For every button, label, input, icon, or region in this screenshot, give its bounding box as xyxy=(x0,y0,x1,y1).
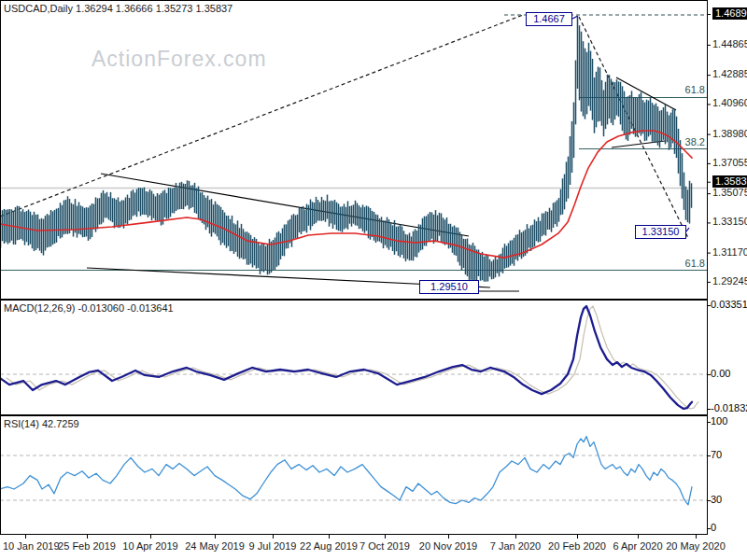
panel-frame-2 xyxy=(1,416,708,535)
chart-canvas[interactable] xyxy=(0,0,747,560)
macd-indicator-label: MACD(12,26,9) -0.013060 -0.013641 xyxy=(4,302,174,315)
watermark: ActionForex.com xyxy=(92,47,267,72)
price-axis-label: 1.38980 xyxy=(712,128,747,140)
rsi-indicator-label: RSI(14) 42.7259 xyxy=(4,418,79,430)
horizontal-levels xyxy=(0,98,707,271)
chart-window: ActionForex.com USDCAD,Daily 1.36294 1.3… xyxy=(0,0,747,560)
date-axis-label[interactable]: 20 Feb 2020 xyxy=(548,540,606,552)
date-axis-label[interactable]: 24 May 2019 xyxy=(185,540,245,552)
rsi-axis-label: 0 xyxy=(711,522,716,533)
rsi-axis-label: 70 xyxy=(711,449,722,460)
price-axis-highlight-label: 1.46890 xyxy=(712,7,747,20)
price-axis-label: 1.44865 xyxy=(712,38,747,50)
price-axis-label: 1.37055 xyxy=(712,157,747,169)
macd-axis-label: 0.00 xyxy=(711,368,730,379)
price-tag-label[interactable]: 1.4667 xyxy=(526,12,572,26)
date-axis-label[interactable]: 9 Jul 2019 xyxy=(249,540,297,552)
date-axis-label[interactable]: 22 Aug 2019 xyxy=(300,540,358,552)
rsi-line xyxy=(0,437,707,505)
price-axis-label: 1.29245 xyxy=(712,275,747,287)
rsi-value-line xyxy=(0,437,692,505)
price-tag-label[interactable]: 1.29510 xyxy=(419,280,479,294)
fib-level-label: 61.8 xyxy=(685,84,705,95)
date-axis-label[interactable]: 10 Jan 2019 xyxy=(3,540,60,552)
panel-frame-0 xyxy=(1,1,708,300)
rsi-axis-label: 100 xyxy=(711,415,727,427)
macd-axis-label: -0.018324 xyxy=(711,402,747,413)
price-axis-label: 1.40960 xyxy=(712,97,747,109)
minor-rising-segment[interactable] xyxy=(612,141,665,147)
price-axis-highlight-label: 1.35837 xyxy=(712,175,747,188)
price-axis-label: 1.31170 xyxy=(712,246,747,259)
price-axis-label: 1.42885 xyxy=(712,68,747,80)
date-axis-label[interactable]: 7 Jan 2020 xyxy=(490,540,541,552)
price-axis-label: 1.35075 xyxy=(712,187,747,199)
date-axis-label[interactable]: 10 Apr 2019 xyxy=(122,540,177,552)
tag-connector xyxy=(686,228,689,231)
macd-lines xyxy=(0,306,707,409)
macd-axis-label: 0.033515 xyxy=(711,299,747,310)
price-tag-label[interactable]: 1.33150 xyxy=(635,225,686,239)
date-axis-label[interactable]: 25 Feb 2019 xyxy=(58,540,116,552)
price-axis-label: 1.33150 xyxy=(712,216,747,228)
rising-dashed-trendline[interactable] xyxy=(0,15,523,217)
date-axis-label[interactable]: 20 Nov 2019 xyxy=(419,540,477,552)
fib-level-label: 38.2 xyxy=(685,136,705,147)
macd-signal-line xyxy=(7,306,698,409)
macd-main-line xyxy=(0,306,692,409)
chart-title: USDCAD,Daily 1.36294 1.36666 1.35273 1.3… xyxy=(4,3,233,15)
date-axis-label[interactable]: 7 Oct 2019 xyxy=(359,540,410,552)
rsi-axis-label: 30 xyxy=(711,494,722,505)
panel-frame-1 xyxy=(1,301,708,415)
fib-level-label: 61.8 xyxy=(685,258,705,269)
date-axis-label[interactable]: 20 May 2020 xyxy=(666,540,726,552)
date-axis-label[interactable]: 6 Apr 2020 xyxy=(613,540,662,552)
